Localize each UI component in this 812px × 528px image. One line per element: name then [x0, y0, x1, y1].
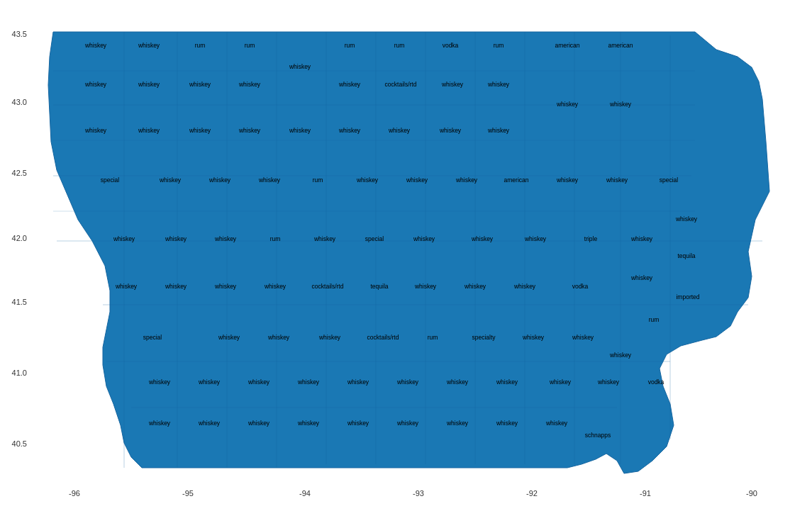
- y-axis-label-410: 41.0: [12, 369, 27, 377]
- iowa-map: [48, 32, 769, 473]
- y-axis-label-430: 43.0: [12, 98, 27, 106]
- y-axis-label-435: 43.5: [12, 30, 27, 38]
- y-axis-label-420: 42.0: [12, 234, 27, 242]
- x-axis-label-95: -95: [182, 489, 194, 498]
- x-axis-label-92: -92: [526, 489, 538, 498]
- x-axis-label-93: -93: [413, 489, 424, 498]
- x-axis-label-91: -91: [640, 489, 651, 498]
- x-axis-label-90: -90: [746, 489, 757, 498]
- y-axis-label-405: 40.5: [12, 439, 27, 448]
- y-axis-label-425: 42.5: [12, 169, 27, 177]
- x-axis-label-96: -96: [69, 489, 80, 498]
- x-axis-label-94: -94: [299, 489, 311, 498]
- y-axis-label-415: 41.5: [12, 298, 27, 306]
- chart-container: 43.5 43.0 42.5 42.0 41.5 41.0 40.5 -96 -…: [0, 0, 812, 528]
